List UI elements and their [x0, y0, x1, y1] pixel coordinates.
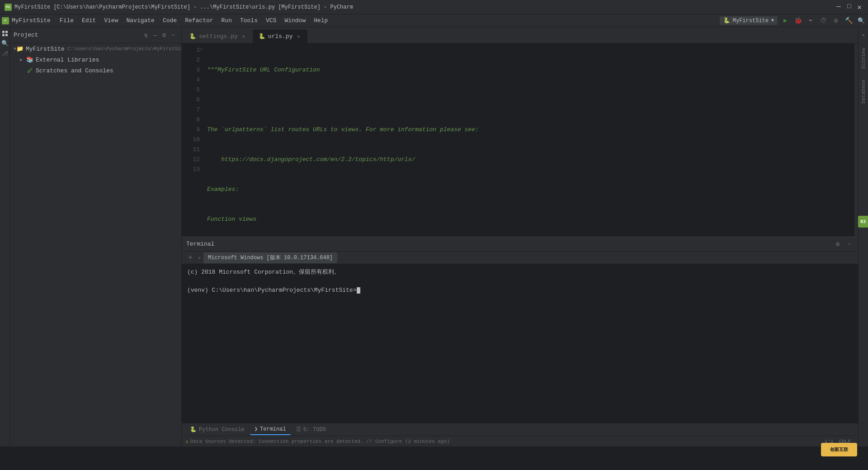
menu-view[interactable]: View: [100, 16, 122, 25]
tree-label-myfirstsite: MyFirstSite: [26, 46, 65, 52]
code-line-2: [207, 95, 854, 105]
project-header: Project ⇅ ― ⚙ −: [10, 27, 181, 43]
status-message[interactable]: Data Sources Detected: Connection proper…: [190, 439, 450, 444]
build-button[interactable]: 🔨: [844, 16, 854, 26]
project-collapse-btn[interactable]: ―: [151, 31, 160, 40]
activity-project[interactable]: [0, 29, 9, 38]
run-config-icon: 🐍: [723, 17, 730, 24]
urls-tab-close[interactable]: ✕: [295, 33, 302, 40]
code-content: 1 2 3 4 5 6 7 8 9 10 11 12 13 """MyFirst…: [182, 43, 858, 237]
app-icon: PC: [5, 4, 12, 11]
menu-refactor[interactable]: Refactor: [181, 16, 217, 25]
library-icon: 📚: [26, 56, 33, 63]
toolbar-right: 🐍 MyFirstSite ▼ ► 🐞 ☂ ⏱ ⚙ 🔨 🔍: [720, 16, 866, 26]
activity-vcs[interactable]: ⎇: [0, 49, 9, 58]
menu-tools[interactable]: Tools: [236, 16, 261, 25]
tree-item-scratches[interactable]: 🖉 Scratches and Consoles: [10, 65, 181, 76]
menu-code[interactable]: Code: [159, 16, 180, 25]
menu-navigate[interactable]: Navigate: [123, 16, 158, 25]
project-panel: Project ⇅ ― ⚙ − ▼ 📁 MyFirstSite C:\Users…: [10, 27, 182, 446]
tree-label-external: External Libraries: [36, 57, 99, 63]
svg-rect-2: [2, 34, 5, 36]
terminal-tab-close[interactable]: ✕: [196, 255, 203, 261]
urls-tab-label: urls.py: [268, 33, 293, 40]
terminal-title: Terminal: [186, 241, 830, 247]
tab-urls-py[interactable]: 🐍 urls.py ✕: [253, 29, 308, 43]
menu-edit[interactable]: Edit: [78, 16, 99, 25]
title-bar: PC MyFirstSite [C:\Users\han\PycharmProj…: [0, 0, 868, 14]
add-config-button[interactable]: ⚙: [831, 16, 841, 26]
code-line-1: """MyFirstSite URL Configuration: [207, 65, 854, 75]
minimize-btn[interactable]: —: [836, 3, 841, 12]
project-label: MyFirstSite: [12, 17, 51, 24]
tree-path-myfirstsite: C:\Users\han\PycharmProjects\MyFirstSite: [67, 46, 187, 52]
scroll-indicator: [854, 43, 858, 237]
settings-tab-close[interactable]: ✕: [241, 33, 247, 40]
python-console-label: Python Console: [199, 427, 245, 433]
code-line-3: The `urlpatterns` list routes URLs to vi…: [207, 125, 854, 135]
debug-button[interactable]: 🐞: [793, 16, 803, 26]
run-button[interactable]: ►: [780, 16, 790, 26]
close-btn[interactable]: ✕: [857, 3, 862, 12]
code-editor[interactable]: 1 2 3 4 5 6 7 8 9 10 11 12 13 """MyFirst…: [182, 43, 858, 237]
terminal-prompt-text: (venv) C:\Users\han\PycharmProjects\MyFi…: [187, 287, 356, 294]
maximize-btn[interactable]: □: [847, 3, 851, 12]
menu-help[interactable]: Help: [310, 16, 331, 25]
green-badge[interactable]: 63: [858, 216, 868, 228]
project-icon: P: [2, 17, 9, 24]
project-tree: ▼ 📁 MyFirstSite C:\Users\han\PycharmProj…: [10, 43, 181, 76]
todo-icon: ☰: [296, 426, 301, 433]
activity-find[interactable]: 🔍: [0, 39, 9, 48]
terminal-tab-icon: ❯: [255, 426, 258, 432]
code-line-4: https://docs.djangoproject.com/en/2.2/to…: [207, 155, 854, 165]
title-text: MyFirstSite [C:\Users\han\PycharmProject…: [14, 4, 836, 10]
urls-tab-icon: 🐍: [259, 33, 265, 40]
sidebar-label-database[interactable]: Database: [861, 78, 866, 105]
project-close-btn[interactable]: −: [169, 31, 178, 40]
fold-icon[interactable]: ▷: [198, 46, 204, 52]
terminal-header: Terminal ⚙ −: [182, 237, 858, 252]
profile-button[interactable]: ⏱: [818, 16, 828, 26]
code-text: """MyFirstSite URL Configuration The `ur…: [203, 45, 858, 235]
right-sidebar: ✕ SciView Database 63: [858, 27, 868, 446]
project-settings-btn[interactable]: ⚙: [160, 31, 169, 40]
bottom-tab-python-console[interactable]: 🐍 Python Console: [185, 424, 249, 435]
terminal-tab-1[interactable]: Microsoft Windows [版本 10.0.17134.648]: [203, 252, 337, 263]
terminal-content[interactable]: (c) 2018 Microsoft Corporation。保留所有权利。 (…: [182, 264, 858, 423]
terminal-label: Terminal: [260, 426, 286, 432]
svg-rect-0: [2, 31, 5, 33]
menu-file[interactable]: File: [56, 16, 77, 25]
coverage-button[interactable]: ☂: [806, 16, 816, 26]
terminal-settings-icon[interactable]: ⚙: [834, 240, 842, 248]
right-sidebar-close[interactable]: ✕: [859, 31, 868, 39]
bottom-tab-todo[interactable]: ☰ 6: TODO: [292, 424, 330, 435]
main-layout: 🔍 ⎇ Project ⇅ ― ⚙ − ▼ 📁 MyFirstSite C:\U…: [0, 27, 868, 446]
terminal-minimize-icon[interactable]: −: [845, 240, 854, 248]
run-config-label: MyFirstSite: [733, 18, 769, 24]
terminal-prompt: (venv) C:\Users\han\PycharmProjects\MyFi…: [187, 286, 853, 295]
project-title: Project: [14, 32, 142, 38]
watermark: 创新互联: [821, 443, 857, 456]
tab-settings-py[interactable]: 🐍 settings.py ✕: [184, 29, 253, 43]
run-config-selector[interactable]: 🐍 MyFirstSite ▼: [720, 16, 778, 25]
project-expand-btn[interactable]: ⇅: [142, 31, 151, 40]
tab-bar: 🐍 settings.py ✕ 🐍 urls.py ✕: [182, 27, 858, 43]
status-warning-icon: ⚠: [185, 438, 189, 444]
menu-window[interactable]: Window: [281, 16, 309, 25]
terminal-tab-label: Microsoft Windows [版本 10.0.17134.648]: [208, 254, 333, 261]
menu-vcs[interactable]: VCS: [262, 16, 280, 25]
sidebar-label-sciview[interactable]: SciView: [861, 46, 866, 71]
tree-item-myfirstsite[interactable]: ▼ 📁 MyFirstSite C:\Users\han\PycharmProj…: [10, 43, 181, 54]
status-bar: ⚠ Data Sources Detected: Connection prop…: [182, 436, 858, 446]
menu-run[interactable]: Run: [218, 16, 236, 25]
search-everywhere-button[interactable]: 🔍: [856, 16, 866, 26]
tree-item-external[interactable]: ▶ 📚 External Libraries: [10, 54, 181, 65]
svg-rect-3: [5, 34, 8, 36]
terminal-add-tab[interactable]: +: [185, 253, 195, 263]
bottom-tab-terminal[interactable]: ❯ Terminal: [250, 424, 291, 435]
bottom-area: Terminal ⚙ − + ✕ Microsoft Windows [版本 1…: [182, 237, 858, 436]
todo-label: 6: TODO: [303, 427, 326, 433]
run-config-chevron: ▼: [771, 18, 774, 23]
scratches-icon: 🖉: [26, 67, 33, 74]
code-line-6: Function views: [207, 214, 854, 224]
